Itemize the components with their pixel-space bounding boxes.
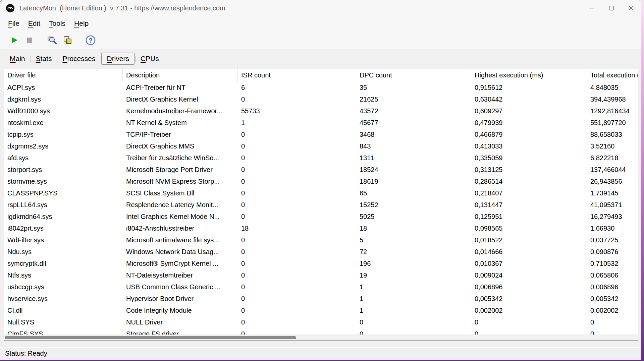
tabstrip: Main Stats Processes Drivers CPUs (0, 49, 641, 68)
cell-driver-file: afd.sys (4, 152, 123, 164)
horizontal-scrollbar-thumb[interactable] (5, 336, 296, 339)
cell-highest-execution: 0 (471, 328, 587, 335)
cell-total-execution: 0,002002 (587, 305, 638, 316)
table-row[interactable]: CimFS.SYSStorage FS driver0000 (4, 328, 638, 335)
column-header-highest-execution[interactable]: Highest execution (ms) (471, 68, 587, 82)
cell-isr-count: 0 (238, 187, 356, 199)
tab-stats[interactable]: Stats (31, 53, 57, 65)
cell-isr-count: 0 (238, 129, 356, 140)
cell-isr-count: 0 (238, 164, 356, 176)
minimize-button[interactable] (582, 0, 601, 16)
table-row[interactable]: i8042prt.sysi8042-Anschlusstreiber18180,… (4, 223, 638, 234)
table-row[interactable]: hvservice.sysHypervisor Boot Driver010,0… (4, 293, 638, 305)
cell-isr-count: 6 (238, 82, 356, 94)
cell-highest-execution: 0,286514 (471, 176, 587, 187)
column-header-dpc-count[interactable]: DPC count (356, 68, 471, 82)
cell-dpc-count: 3468 (356, 129, 471, 140)
titlebar[interactable]: LatencyMon (Home Edition ) v 7.31 - http… (0, 0, 641, 16)
table-row[interactable]: igdkmdn64.sysIntel Graphics Kernel Mode … (4, 211, 638, 223)
table-header: Driver file Description ISR count DPC co… (4, 68, 638, 82)
table-row[interactable]: rspLLL64.sysResplendence Latency Monit..… (4, 199, 638, 211)
table-row[interactable]: tcpip.sysTCP/IP-Treiber034680,46687988,6… (4, 129, 638, 140)
table-row[interactable]: dxgkrnl.sysDirectX Graphics Kernel021625… (4, 94, 638, 105)
table-row[interactable]: stornvme.sysMicrosoft NVM Express Storp.… (4, 176, 638, 187)
table-row[interactable]: ntoskrnl.exeNT Kernel & System1456770,47… (4, 117, 638, 129)
cell-description: i8042-Anschlusstreiber (123, 223, 238, 234)
cell-driver-file: CimFS.SYS (4, 328, 123, 335)
cell-driver-file: storport.sys (4, 164, 123, 176)
cell-total-execution: 0,005342 (587, 293, 638, 305)
menu-file[interactable]: File (4, 19, 24, 27)
start-monitor-button[interactable] (6, 33, 22, 48)
cell-total-execution: 0,006896 (587, 281, 638, 293)
cell-isr-count: 0 (238, 211, 356, 223)
table-row[interactable]: Wdf01000.sysKernelmodustreiber-Framewor.… (4, 105, 638, 117)
table-row[interactable]: dxgmms2.sysDirectX Graphics MMS08430,413… (4, 140, 638, 152)
menu-tools[interactable]: Tools (45, 19, 70, 27)
menu-help[interactable]: Help (70, 19, 93, 27)
table-row[interactable]: Ntfs.sysNT-Dateisystemtreiber0190,009024… (4, 269, 638, 281)
column-header-description[interactable]: Description (123, 68, 238, 82)
tab-main[interactable]: Main (4, 53, 31, 65)
table-row[interactable]: usbccgp.sysUSB Common Class Generic ...0… (4, 281, 638, 293)
cell-driver-file: Ndu.sys (4, 246, 123, 258)
tab-processes[interactable]: Processes (57, 53, 101, 65)
table-row[interactable]: afd.sysTreiber für zusätzliche WinSo...0… (4, 152, 638, 164)
cell-driver-file: symcryptk.dll (4, 258, 123, 269)
close-icon (629, 5, 634, 11)
stop-icon (25, 36, 34, 45)
question-mark-icon: ? (85, 35, 96, 46)
table-row[interactable]: CLASSPNP.SYSSCSI Class System Dll0650,21… (4, 187, 638, 199)
table-row[interactable]: ACPI.sysACPI-Treiber für NT6350,9156124,… (4, 82, 638, 94)
table-row[interactable]: CI.dllCode Integrity Module010,0020020,0… (4, 305, 638, 316)
cell-driver-file: rspLLL64.sys (4, 199, 123, 211)
close-button[interactable] (621, 0, 641, 16)
stop-monitor-button[interactable] (22, 33, 37, 48)
cell-dpc-count: 1 (356, 305, 471, 316)
cell-description: Hypervisor Boot Driver (123, 293, 238, 305)
horizontal-scrollbar[interactable] (4, 335, 638, 340)
table-row[interactable]: symcryptk.dllMicrosoft® SymCrypt Kernel … (4, 258, 638, 269)
table-row[interactable]: Null.SYSNULL Driver0000 (4, 316, 638, 328)
analyze-button[interactable] (45, 33, 60, 48)
cell-description: Treiber für zusätzliche WinSo... (123, 152, 238, 164)
cell-description: Resplendence Latency Monit... (123, 199, 238, 211)
cell-driver-file: ntoskrnl.exe (4, 117, 123, 129)
cell-description: Microsoft NVM Express Storp... (123, 176, 238, 187)
cell-highest-execution: 0,915612 (471, 82, 587, 94)
cell-highest-execution: 0,002002 (471, 305, 587, 316)
cell-driver-file: dxgkrnl.sys (4, 94, 123, 105)
cell-dpc-count: 45677 (356, 117, 471, 129)
cell-isr-count: 0 (238, 140, 356, 152)
table-row[interactable]: Ndu.sysWindows Network Data Usag...0720,… (4, 246, 638, 258)
column-header-isr-count[interactable]: ISR count (238, 68, 356, 82)
report-windows-button[interactable] (60, 33, 75, 48)
cell-highest-execution: 0,313125 (471, 164, 587, 176)
table-row[interactable]: WdFilter.sysMicrosoft antimalware file s… (4, 234, 638, 246)
menubar: File Edit Tools Help (0, 16, 641, 31)
cell-description: NULL Driver (123, 316, 238, 328)
cell-highest-execution: 0 (471, 316, 587, 328)
cell-dpc-count: 19 (356, 269, 471, 281)
cell-total-execution: 6,822218 (587, 152, 638, 164)
column-header-driver-file[interactable]: Driver file (4, 68, 123, 82)
play-icon (9, 36, 19, 45)
maximize-button[interactable] (601, 0, 621, 16)
cell-driver-file: igdkmdn64.sys (4, 211, 123, 223)
tab-cpus[interactable]: CPUs (135, 53, 164, 65)
cell-highest-execution: 0,018522 (471, 234, 587, 246)
stacked-windows-icon (63, 35, 73, 45)
app-icon[interactable] (6, 4, 15, 13)
tab-drivers[interactable]: Drivers (101, 53, 135, 65)
cell-total-execution: 0 (587, 328, 638, 335)
menu-edit[interactable]: Edit (24, 19, 45, 27)
cell-total-execution: 1,739145 (587, 187, 638, 199)
cell-driver-file: i8042prt.sys (4, 223, 123, 234)
table-row[interactable]: storport.sysMicrosoft Storage Port Drive… (4, 164, 638, 176)
cell-isr-count: 0 (238, 316, 356, 328)
cell-isr-count: 1 (238, 117, 356, 129)
cell-description: DirectX Graphics Kernel (123, 94, 238, 105)
help-button[interactable]: ? (83, 33, 98, 48)
column-header-total-execution[interactable]: Total execution (ms) (587, 68, 638, 82)
status-bar: Status: Ready (0, 347, 641, 360)
